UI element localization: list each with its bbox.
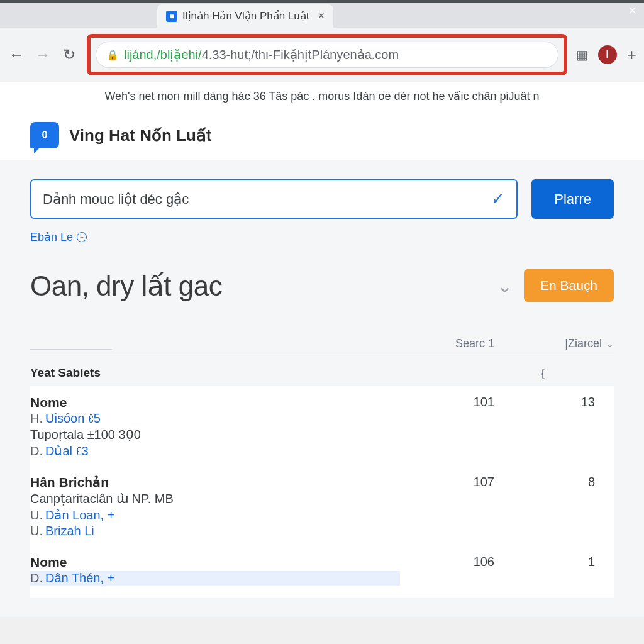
search-button[interactable]: Plarre [531, 179, 614, 219]
col-header-b[interactable]: |Ziarcel ⌄ [507, 337, 614, 350]
row-link[interactable]: D.Dủal Ꞓ3 [30, 443, 400, 458]
app-title: Ving Hat Nốn Luất [69, 126, 212, 145]
sub-link-icon: − [77, 232, 87, 242]
table-row[interactable]: Nome H.Uisóon Ꞓ5 Tupoṛtala ±100 30̣0 D.D… [30, 389, 614, 469]
row-col-b: 13 [507, 395, 614, 458]
url-origin: lijánd,/blịặehi/ [124, 48, 202, 62]
table-row[interactable]: Nome D.Dân Thén, + 106 1 [30, 548, 614, 596]
row-col-a: 106 [400, 555, 507, 586]
row-title: Nome [30, 395, 400, 410]
window-close-icon[interactable]: × [628, 3, 636, 19]
row-title: Nome [30, 555, 400, 570]
row-title: Hân Brichản [30, 475, 400, 490]
back-button[interactable]: ← [8, 46, 25, 64]
table-row[interactable]: Hân Brichản Canpṭaritaclân ɯ̀ NP. MB U.D… [30, 469, 614, 548]
sort-chevron-icon[interactable]: ⌄ [606, 338, 614, 350]
tab-bar: ■ Ilịnảh Hản Vlận Phẩn Luật × [0, 3, 644, 28]
section-label: Yeat Sablets { [30, 366, 614, 380]
profile-avatar[interactable]: I [598, 45, 617, 64]
tab-close-icon[interactable]: × [318, 9, 325, 23]
forward-button[interactable]: → [34, 46, 52, 64]
col-header-a[interactable]: Searc 1 [400, 337, 507, 350]
check-icon: ✓ [491, 189, 505, 209]
apps-grid-icon[interactable]: ▦ [576, 47, 588, 62]
row-link[interactable]: U.Brizah Li [30, 524, 400, 538]
row-subtext: Tupoṛtala ±100 30̣0 [30, 427, 400, 442]
browser-tab[interactable]: ■ Ilịnảh Hản Vlận Phẩn Luật × [157, 4, 333, 28]
tab-favicon: ■ [166, 11, 177, 22]
row-col-a: 101 [400, 395, 507, 458]
app-header: 0 Ving Hat Nốn Luất [0, 111, 644, 160]
search-combobox[interactable]: Dảnh mouc liột déc gậc ✓ [30, 179, 518, 219]
action-button[interactable]: En Bauçh [524, 269, 614, 302]
url-path: 4.33-hut;/thı-FikặhịtPlányenảa.com [202, 48, 399, 62]
browser-toolbar: ← → ↻ 🔒 lijánd,/blịặehi/4.33-hut;/thı-Fi… [0, 28, 644, 82]
row-subtext: Canpṭaritaclân ɯ̀ NP. MB [30, 491, 400, 506]
row-link[interactable]: D.Dân Thén, + [30, 571, 400, 586]
table-header: Searc 1 |Ziarcel ⌄ [30, 332, 614, 357]
info-banner: Weh's net morı mill dàng hác 36 Tâs pác … [0, 82, 644, 111]
row-col-a: 107 [400, 475, 507, 538]
row-link[interactable]: U.Dản Loan, + [30, 508, 400, 523]
row-link[interactable]: H.Uisóon Ꞓ5 [30, 411, 400, 426]
sub-link-label: Ebản Le [30, 230, 73, 244]
sub-link[interactable]: Ebản Le − [30, 230, 87, 244]
lock-icon: 🔒 [106, 49, 119, 61]
row-col-b: 8 [507, 475, 614, 538]
address-bar[interactable]: 🔒 lijánd,/blịặehi/4.33-hut;/thı-FikặhịtP… [96, 42, 558, 68]
page-title: Oan, dry lất gac [30, 270, 486, 302]
address-bar-highlight: 🔒 lijánd,/blịặehi/4.33-hut;/thı-FikặhịtP… [87, 34, 567, 75]
search-text: Dảnh mouc liột déc gậc [43, 191, 189, 208]
chevron-down-icon[interactable]: ⌄ [497, 275, 513, 297]
tab-title: Ilịnảh Hản Vlận Phẩn Luật [182, 9, 309, 23]
row-col-b: 1 [507, 555, 614, 586]
results-table: Searc 1 |Ziarcel ⌄ Yeat Sablets { Nome H… [30, 332, 614, 598]
reload-button[interactable]: ↻ [60, 46, 78, 64]
new-tab-button[interactable]: + [627, 45, 636, 65]
col-filter-underline [30, 337, 112, 350]
app-logo: 0 [30, 122, 59, 148]
